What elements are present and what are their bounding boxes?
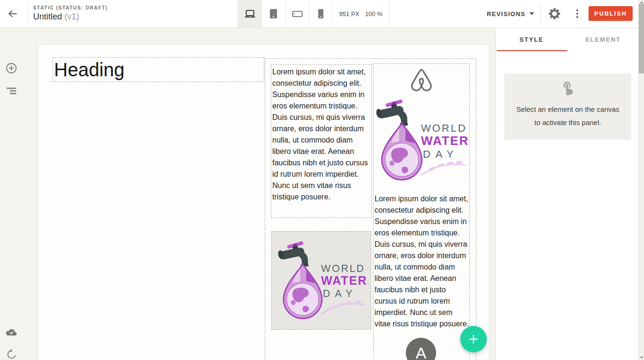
zoom-level-label: 100 % [365, 10, 383, 18]
tablet-icon [269, 9, 277, 19]
canvas-page[interactable]: Heading Lorem ipsum dolor sit amet, cons… [38, 44, 490, 360]
panel-placeholder: Select an element on the canvas to activ… [504, 73, 631, 140]
branch-decoration [421, 161, 465, 175]
tap-pointer-icon [561, 81, 575, 98]
settings-button[interactable] [546, 6, 563, 21]
add-block-button[interactable] [6, 63, 17, 74]
tab-element[interactable]: ELEMENT [567, 27, 639, 51]
vertical-scrollbar[interactable] [638, 0, 644, 360]
page-title: Untitled (v1) [33, 12, 79, 22]
device-mobile-portrait-button[interactable] [309, 0, 332, 27]
svg-text:WATER: WATER [421, 134, 469, 148]
text-block-2[interactable]: Lorem ipsum dolor sit amet, consectetur … [374, 193, 470, 342]
svg-text:DAY: DAY [423, 148, 459, 160]
svg-text:WORLD: WORLD [321, 263, 365, 274]
device-tablet-button[interactable] [261, 0, 285, 27]
plus-icon [468, 333, 479, 345]
svg-text:WORLD: WORLD [421, 122, 467, 134]
belo-logo-icon[interactable] [409, 67, 434, 93]
page-status-eyebrow: STATIC (STATUS: DRAFT) [33, 5, 108, 10]
kebab-menu-icon [576, 9, 578, 18]
undo-button[interactable] [6, 349, 17, 360]
inspector-panel: STYLE ELEMENT Select an element on the c… [495, 27, 639, 360]
back-button[interactable] [5, 6, 21, 21]
scroll-down-arrow[interactable] [640, 357, 644, 359]
heading-block[interactable]: Heading [53, 57, 264, 82]
world-water-day-image: WORLD WATER DAY [374, 95, 469, 185]
outline-tree-button[interactable] [6, 85, 17, 97]
placeholder-line-2: to activate this panel. [535, 116, 601, 129]
branch-decoration [321, 300, 364, 314]
divider [540, 4, 541, 24]
world-water-day-image: WORLD WATER DAY [276, 238, 367, 323]
column-2[interactable]: WORLD WATER DAY Lorem ipsum dolor sit am… [373, 63, 470, 360]
plus-circle-icon [6, 63, 17, 74]
add-element-fab-button[interactable] [460, 326, 487, 352]
device-mobile-landscape-button[interactable] [285, 0, 309, 27]
canvas-width-label: 951 PX [339, 10, 359, 18]
placeholder-line-1: Select an element on the canvas [516, 103, 619, 116]
scrollbar-thumb[interactable] [639, 4, 644, 73]
columns-container[interactable]: Lorem ipsum dolor sit amet, consectetur … [265, 58, 476, 360]
overflow-menu-button[interactable] [569, 6, 585, 21]
chevron-down-icon [529, 12, 534, 15]
svg-text:WATER: WATER [321, 274, 367, 287]
device-preview-switcher: 951 PX 100 % [238, 0, 389, 27]
device-desktop-button[interactable] [238, 0, 261, 27]
left-toolbar [0, 27, 23, 360]
image-block-1[interactable]: WORLD WATER DAY [271, 231, 371, 330]
svg-text:DAY: DAY [322, 288, 357, 299]
undo-icon [6, 349, 17, 360]
top-toolbar: STATIC (STATUS: DRAFT) Untitled (v1) [0, 0, 644, 28]
outline-lines-icon [6, 87, 17, 95]
cloud-check-icon [6, 327, 17, 336]
publish-button[interactable]: PUBLISH [589, 6, 633, 21]
inspector-tabs: STYLE ELEMENT [496, 27, 639, 51]
revisions-dropdown[interactable]: REVISIONS [487, 0, 534, 27]
tab-style[interactable]: STYLE [496, 27, 567, 51]
divider [27, 4, 28, 24]
text-block-1[interactable]: Lorem ipsum dolor sit amet, consectetur … [271, 64, 372, 218]
mobile-landscape-icon [292, 11, 303, 17]
mobile-portrait-icon [318, 9, 324, 19]
scroll-up-arrow[interactable] [640, 1, 644, 3]
canvas-size-indicator: 951 PX 100 % [332, 0, 389, 27]
laptop-icon [244, 10, 256, 18]
page-version: (v1) [64, 12, 79, 21]
image-block-2[interactable]: WORLD WATER DAY [374, 95, 469, 185]
back-arrow-icon [8, 9, 18, 19]
save-status-indicator [6, 326, 17, 337]
gear-icon [549, 8, 560, 19]
active-tab-underline [497, 50, 567, 51]
